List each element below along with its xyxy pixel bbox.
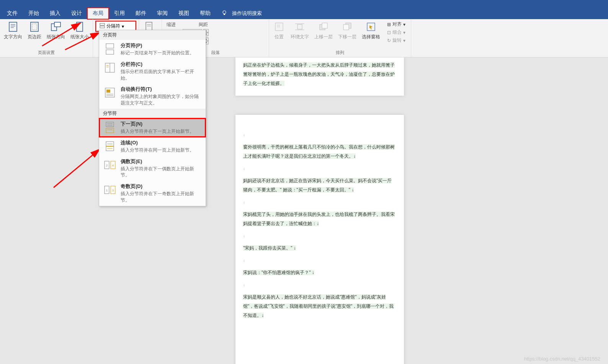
align-button[interactable]: ⊞对齐 ▾ [386,21,407,28]
size-button[interactable]: 纸张大小 [68,20,91,41]
svg-rect-36 [106,122,114,127]
selection-pane-icon [365,21,377,33]
tab-view[interactable]: 视图 [173,8,194,19]
svg-rect-22 [322,23,327,28]
tab-layout[interactable]: 布局 [87,8,109,19]
column-break-item[interactable]: 分栏符(C)指示分栏符后面的文字将从下一栏开始。 [99,59,206,84]
tab-help[interactable]: 帮助 [194,8,216,19]
rotate-button[interactable]: ↻旋转 ▾ [386,37,407,44]
tab-insert[interactable]: 插入 [44,8,66,19]
breaks-dropdown: 分页符 分页符(P)标记一页结束与下一页开始的位置。 分栏符(C)指示分栏符后面… [99,30,206,206]
tab-references[interactable]: 引用 [109,8,130,19]
column-break-icon [103,61,117,75]
align-icon: ⊞ [387,22,391,27]
wrap-text-label: 环绕文字 [291,34,309,40]
page-setup-label: 页面设置 [2,49,91,56]
para-4: "宋妈，我跟你去买菜。" ↓ [243,245,296,251]
position-label: 位置 [275,34,284,40]
svg-rect-17 [277,24,280,28]
breaks-label: 分隔符 [106,23,120,29]
lightbulb-icon[interactable] [220,8,229,19]
orientation-label: 纸张方向 [47,34,65,40]
group-page-setup: 文字方向 页边距 纸张方向 纸张大小 页面设置 [0,19,93,57]
group-button[interactable]: ⊡组合 ▾ [386,29,407,36]
margins-icon [28,21,41,33]
svg-rect-10 [77,22,83,31]
tab-mailings[interactable]: 邮件 [130,8,152,19]
tab-file[interactable]: 文件 [2,8,23,19]
titlebar [0,0,608,8]
tab-review[interactable]: 审阅 [152,8,173,19]
bring-forward-button[interactable]: 上移一层 [312,20,335,41]
tab-home[interactable]: 开始 [23,8,44,19]
size-label: 纸张大小 [70,34,89,40]
wrap-text-icon [294,21,306,33]
svg-rect-39 [106,128,114,133]
svg-rect-33 [106,90,110,93]
send-backward-button[interactable]: 下移一层 [336,20,359,41]
section-section-breaks: 分节符 [99,109,206,118]
para-mark: ↓ [243,133,245,137]
text-wrap-break-item[interactable]: 自动换行符(T)分隔网页上的对象周围的文字，如分隔题注文字与正文。 [99,83,206,109]
size-icon [74,21,86,33]
section-page-breaks: 分页符 [99,30,206,40]
ribbon: 文字方向 页边距 纸张方向 纸张大小 页面设置 分隔符 ▾ [0,19,608,57]
orientation-icon [50,21,62,33]
svg-point-0 [223,11,226,14]
tab-design[interactable]: 设计 [66,8,87,19]
text-direction-icon [7,21,19,33]
spacing-label: 间距 [199,21,208,28]
odd-page-icon: 13 [103,183,117,197]
para-2: 妈妈还说不好北京话，她正在告诉宋妈，今天买什么菜。妈不会说"买一斤猪肉，不要太肥… [243,178,392,193]
svg-text:1: 1 [106,189,108,192]
page-2[interactable]: ↓ 窗外很明亮，干秃的树枝上落着几只不怕冷的小鸟。我在想，什么时候那树上才能长满… [235,115,404,364]
margins-label: 页边距 [28,34,41,40]
search-hint[interactable]: 操作说明搜索 [232,10,262,17]
margins-button[interactable]: 页边距 [25,20,44,41]
para-1: 窗外很明亮，干秃的树枝上落着几只不怕冷的小鸟。我在想，什么时候那树上才能长满叶子… [243,144,395,159]
arrange-label: 排列 [271,49,409,56]
page-1-bottom[interactable]: 妈正坐在炉子边梳头，倾着身子，一大把头发从后脖子顺过来，她就用篦子篦呀篦呀的，炉… [235,57,404,96]
svg-rect-1 [224,14,225,15]
svg-text:4: 4 [112,164,114,167]
next-page-break-item[interactable]: 下一页(N)插入分节符并在下一页上开始新节。 [99,118,206,137]
page1-text: 妈正坐在炉子边梳头，倾着身子，一大把头发从后脖子顺过来，她就用篦子篦呀篦呀的，炉… [243,62,395,86]
document-area: 妈正坐在炉子边梳头，倾着身子，一大把头发从后脖子顺过来，她就用篦子篦呀篦呀的，炉… [0,57,608,364]
text-direction-label: 文字方向 [4,34,22,40]
selection-pane-button[interactable]: 选择窗格 [360,20,382,41]
indent-label: 缩进 [167,21,176,28]
even-page-break-item[interactable]: 24 偶数页(E)插入分节符并在下一偶数页上开始新节。 [99,156,206,181]
svg-rect-12 [100,26,105,28]
position-icon [273,21,285,33]
para-6: 宋妈是顺义县的人，她也说不好北京话，她说成"惠难馆"，妈说成"灰娃馆"，爸说成"… [243,294,394,318]
text-wrap-break-icon [103,86,117,100]
breaks-icon [100,23,105,29]
para-5: 宋妈说："你不怕惠难馆的疯子？" ↓ [243,270,314,275]
chevron-down-icon: ▾ [122,24,124,29]
even-page-icon: 24 [103,158,117,172]
svg-rect-18 [297,24,302,29]
wrap-text-button[interactable]: 环绕文字 [288,20,311,41]
svg-rect-2 [9,22,17,31]
svg-rect-7 [32,24,37,30]
group-icon: ⊡ [387,30,391,35]
odd-page-break-item[interactable]: 13 奇数页(D)插入分节符并在下一奇数页上开始新节。 [99,181,206,206]
menubar: 文件 开始 插入 设计 布局 引用 邮件 审阅 视图 帮助 操作说明搜索 [0,8,608,19]
continuous-icon [103,139,117,153]
page-break-icon [103,42,117,56]
bring-forward-label: 上移一层 [314,34,333,40]
svg-rect-27 [106,50,114,54]
svg-rect-11 [100,23,105,25]
continuous-break-item[interactable]: 连续(O)插入分节符并在同一页上开始新节。 [99,137,206,156]
svg-text:2: 2 [106,164,108,167]
position-button[interactable]: 位置 [271,20,288,41]
text-direction-button[interactable]: 文字方向 [2,20,25,41]
svg-rect-9 [54,22,60,27]
orientation-button[interactable]: 纸张方向 [44,20,67,41]
send-backward-label: 下移一层 [338,34,356,40]
svg-rect-24 [343,24,349,30]
page-break-item[interactable]: 分页符(P)标记一页结束与下一页开始的位置。 [99,40,206,59]
svg-text:3: 3 [112,189,114,192]
svg-rect-26 [106,44,114,48]
para-3: 宋妈梳完了头，用她的油手抹在我的头发上，也给我梳了两条辫子。我看宋妈提着篮子要出… [243,212,395,226]
